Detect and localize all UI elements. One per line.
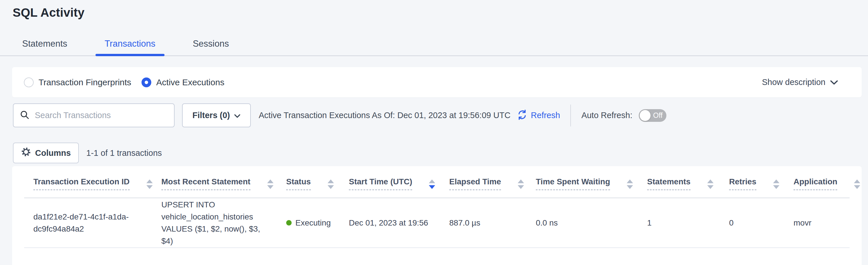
tab-bar: Statements Transactions Sessions: [0, 38, 868, 56]
sort-icons[interactable]: [627, 180, 633, 189]
toolbar-divider: [570, 105, 571, 127]
table-header-row: Transaction Execution ID Most Recent Sta…: [24, 166, 849, 198]
column-header-retries[interactable]: Retries: [729, 177, 756, 190]
chevron-down-icon: [830, 78, 838, 87]
cell-transaction-execution-id: da1f21e2-de71-4c1f-a1da-dc9fc94a84a2: [24, 198, 152, 248]
gear-icon: [21, 147, 31, 159]
tab-transactions[interactable]: Transactions: [95, 38, 164, 55]
auto-refresh-label: Auto Refresh:: [581, 111, 632, 120]
sort-desc-icon[interactable]: [773, 185, 779, 189]
cell-statements: 1: [638, 198, 720, 248]
sort-icons[interactable]: [518, 180, 524, 189]
sql-activity-page: SQL Activity Statements Transactions Ses…: [0, 0, 868, 265]
show-description-label: Show description: [762, 78, 826, 87]
search-icon: [20, 110, 30, 121]
as-of-timestamp: Active Transaction Executions As Of: Dec…: [259, 111, 510, 120]
refresh-button[interactable]: Refresh: [517, 109, 560, 121]
radio-label: Transaction Fingerprints: [38, 78, 131, 87]
sort-asc-icon[interactable]: [627, 180, 633, 183]
refresh-icon: [517, 109, 527, 121]
radio-active-executions[interactable]: Active Executions: [142, 78, 224, 87]
columns-button-label: Columns: [35, 148, 71, 158]
radio-selected-icon[interactable]: [142, 78, 151, 87]
sort-asc-icon[interactable]: [267, 180, 274, 183]
show-description-toggle[interactable]: Show description: [762, 78, 838, 87]
sort-icons[interactable]: [429, 180, 435, 189]
column-header-transaction-execution-id[interactable]: Transaction Execution ID: [33, 177, 130, 190]
sort-desc-icon[interactable]: [518, 185, 524, 189]
cell-application: movr: [784, 198, 849, 248]
search-input[interactable]: [35, 111, 168, 120]
column-header-elapsed-time[interactable]: Elapsed Time: [449, 177, 501, 190]
tab-sessions[interactable]: Sessions: [184, 38, 238, 55]
filters-button-label: Filters (0): [192, 111, 230, 120]
table-row[interactable]: da1f21e2-de71-4c1f-a1da-dc9fc94a84a2 UPS…: [24, 198, 849, 248]
column-header-application[interactable]: Application: [794, 177, 837, 190]
refresh-label: Refresh: [531, 111, 560, 120]
cell-status: Executing: [277, 198, 340, 248]
sort-desc-icon[interactable]: [267, 185, 274, 189]
column-header-most-recent-statement[interactable]: Most Recent Statement: [161, 177, 250, 190]
sort-desc-icon[interactable]: [627, 185, 633, 189]
toggle-state-label: Off: [653, 111, 663, 120]
sort-asc-icon[interactable]: [429, 180, 435, 183]
sort-asc-icon[interactable]: [773, 180, 779, 183]
sort-asc-icon[interactable]: [328, 180, 334, 183]
toggle-knob[interactable]: [640, 110, 651, 121]
sort-icons[interactable]: [328, 180, 334, 189]
cell-elapsed-time: 887.0 µs: [440, 198, 527, 248]
transactions-table-card: Transaction Execution ID Most Recent Sta…: [12, 166, 862, 265]
column-header-status[interactable]: Status: [286, 177, 311, 190]
tab-statements[interactable]: Statements: [13, 38, 76, 55]
sort-asc-icon[interactable]: [146, 180, 153, 183]
radio-unselected-icon[interactable]: [24, 78, 34, 87]
search-box[interactable]: [13, 103, 175, 127]
columns-button[interactable]: Columns: [13, 142, 79, 163]
auto-refresh-toggle[interactable]: Off: [639, 109, 666, 122]
sort-desc-icon[interactable]: [707, 185, 714, 189]
sort-desc-icon-active[interactable]: [429, 185, 435, 189]
transactions-table: Transaction Execution ID Most Recent Sta…: [24, 166, 849, 248]
page-title: SQL Activity: [13, 6, 868, 20]
filters-button[interactable]: Filters (0): [182, 103, 251, 127]
sort-icons[interactable]: [267, 180, 274, 189]
cell-most-recent-statement: UPSERT INTO vehicle_location_histories V…: [152, 198, 277, 248]
sort-desc-icon[interactable]: [854, 185, 860, 189]
sort-icons[interactable]: [854, 180, 860, 189]
table-controls: Columns 1-1 of 1 transactions: [13, 142, 862, 163]
sort-desc-icon[interactable]: [146, 185, 153, 189]
results-count: 1-1 of 1 transactions: [86, 148, 162, 158]
view-selector-card: Transaction Fingerprints Active Executio…: [12, 67, 862, 97]
sort-icons[interactable]: [773, 180, 779, 189]
sort-asc-icon[interactable]: [707, 180, 714, 183]
radio-label: Active Executions: [156, 78, 224, 87]
cell-time-spent-waiting: 0.0 ns: [527, 198, 638, 248]
chevron-down-icon: [234, 111, 241, 120]
sort-desc-icon[interactable]: [328, 185, 334, 189]
column-header-start-time[interactable]: Start Time (UTC): [349, 177, 412, 190]
column-header-statements[interactable]: Statements: [647, 177, 690, 190]
sort-icons[interactable]: [146, 180, 153, 189]
status-executing-dot-icon: [286, 220, 291, 226]
column-header-time-spent-waiting[interactable]: Time Spent Waiting: [536, 177, 610, 190]
toolbar: Filters (0) Active Transaction Execution…: [13, 103, 862, 128]
sort-icons[interactable]: [707, 180, 714, 189]
cell-retries: 0: [720, 198, 784, 248]
cell-start-time: Dec 01, 2023 at 19:56: [340, 198, 440, 248]
sort-asc-icon[interactable]: [854, 180, 860, 183]
status-label: Executing: [296, 217, 331, 229]
radio-transaction-fingerprints[interactable]: Transaction Fingerprints: [24, 78, 131, 87]
sort-asc-icon[interactable]: [518, 180, 524, 183]
